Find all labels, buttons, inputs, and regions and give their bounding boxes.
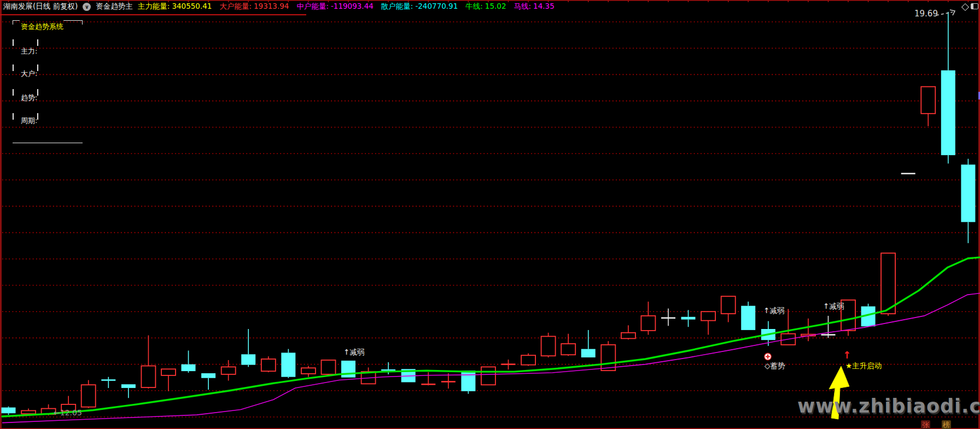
legend-bar-sample	[13, 89, 14, 96]
watermark: www.zhibiaodi.com	[797, 395, 980, 417]
legend-row-zhouqi: 周期:	[21, 116, 37, 126]
low-price-label: ←12.05	[54, 408, 82, 417]
indicator-values: 主力能量:340550.41大户能量:19313.94中户能量:-119093.…	[138, 2, 555, 11]
legend-box-title: 资金趋势系统	[21, 22, 63, 32]
signal-launch-label: ★主升启动	[845, 361, 882, 371]
split-panel-icon[interactable]	[971, 3, 978, 9]
red-up-arrow-icon: ↑	[843, 349, 851, 361]
corner-badge[interactable]: 榜	[942, 420, 951, 429]
signal-weaken-label: ↑减弱	[823, 302, 844, 312]
signal-weaken-label: ↑减弱	[343, 348, 364, 357]
quote-field: 中户能量:-119093.44	[296, 2, 373, 11]
quote-field: 马线:14.35	[514, 2, 555, 11]
legend-bar-sample	[37, 39, 38, 46]
legend-row-dahu: 大户:	[21, 69, 37, 79]
indicator-name: 资金趋势主	[96, 2, 133, 11]
stock-title: 湖南发展(日线 前复权)	[3, 2, 78, 11]
legend-box-border	[13, 143, 83, 143]
legend-box-border	[13, 20, 13, 25]
quote-field: 大户能量:19313.94	[219, 2, 289, 11]
legend-bar-sample	[13, 64, 14, 71]
signal-accumulate-label: ◇蓄势	[765, 361, 785, 371]
legend-bar-sample	[13, 39, 14, 46]
quote-field: 主力能量:340550.41	[138, 2, 212, 11]
legend-bar-sample	[13, 113, 14, 120]
corner-badge[interactable]: 张	[921, 420, 930, 429]
legend-box-border	[13, 20, 20, 21]
chevron-down-icon[interactable]: ∨	[83, 3, 91, 11]
high-price-label: 19.69	[914, 9, 938, 19]
signal-weaken-label: ↑减弱	[763, 306, 784, 316]
quote-field: 牛线:15.02	[465, 2, 506, 11]
stock-chart-app: { "quote_bar": { "title": "湖南发展(日线 前复权)"…	[0, 0, 980, 429]
quote-bar: 湖南发展(日线 前复权) ∨ 资金趋势主 主力能量:340550.41大户能量:…	[0, 0, 555, 13]
candlestick-chart	[0, 0, 980, 429]
quote-field: 散户能量:-240770.91	[381, 2, 458, 11]
legend-box-border	[63, 20, 83, 21]
legend-row-qushi: 趋势:	[21, 93, 37, 103]
legend-box-border	[82, 20, 83, 25]
legend-row-zhuli: 主力:	[21, 46, 37, 56]
quote-bar-underline	[0, 14, 306, 15]
